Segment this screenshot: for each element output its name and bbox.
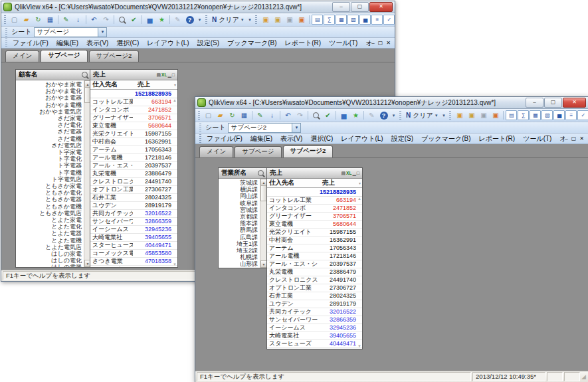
table-row[interactable]: アール・エス・シー20397537 [90, 162, 177, 170]
close-button[interactable]: ✕ [369, 2, 393, 12]
list-item[interactable]: 広島課 [219, 234, 260, 240]
maximize-button[interactable]: ▢ [544, 98, 562, 108]
table-row[interactable]: オプトロン工業27306727 [267, 284, 362, 292]
edit-sheet-properties-icon[interactable]: ✎ [254, 110, 266, 121]
promote-sheet-icon[interactable]: ▣ [272, 15, 283, 25]
table-row[interactable]: 光栄クリエイト15987155 [267, 229, 362, 237]
menu-item[interactable]: レポート(R) [475, 134, 520, 143]
column-header-supplier[interactable]: 仕入先名 [90, 80, 138, 89]
list-item[interactable]: おかやま電器 [16, 94, 84, 101]
menu-item[interactable]: レポート(R) [281, 39, 326, 48]
clear-button[interactable]: クリア [219, 15, 239, 25]
new-document-icon[interactable]: ▢ [203, 110, 214, 121]
save-icon[interactable]: ▦ [45, 15, 56, 25]
menu-item[interactable]: 編集(E) [52, 39, 82, 48]
toolbar-grip[interactable] [255, 15, 257, 24]
create-statistics-box-icon[interactable]: ∑ [324, 15, 335, 25]
toolbar-overflow-icon[interactable]: ▾ [197, 17, 203, 23]
table-row[interactable]: コーメックス電子45853580 [90, 250, 177, 258]
tab-1[interactable]: メイン [199, 146, 233, 157]
toolbar-grip[interactable] [399, 111, 401, 120]
create-bar-chart-icon[interactable]: ▅ [359, 15, 371, 25]
table-row[interactable]: スターヒューズ40449471 [90, 242, 177, 250]
table-caption[interactable]: 売上 ▤XL▁□ [90, 70, 177, 80]
edit-sheet-properties-icon[interactable]: ✎ [60, 15, 72, 25]
create-multibox-icon[interactable]: ≡ [565, 110, 577, 120]
toolbar-grip[interactable] [5, 28, 7, 37]
sheet-selector[interactable]: サブページ ▼ [34, 27, 107, 37]
list-item[interactable]: ト字家電 [16, 149, 84, 155]
table-row[interactable]: 大崎電業社39405655 [267, 332, 362, 340]
menu-item[interactable]: ブックマーク(B) [223, 39, 281, 48]
scroll-down-icon[interactable]: ▼ [260, 260, 266, 268]
create-button-icon[interactable]: ✓ [577, 110, 588, 120]
menu-item[interactable]: オブジェクト(O) [555, 134, 565, 143]
tab-3[interactable]: サブページ2 [283, 145, 334, 157]
column-header-supplier[interactable]: 仕入先名 [267, 179, 322, 187]
mdi-minimize-button[interactable]: – [371, 40, 374, 46]
list-item[interactable]: おかやま電気店 [16, 108, 84, 115]
print-icon[interactable]: ▤ [156, 72, 161, 78]
tab-3[interactable]: サブページ2 [89, 50, 140, 62]
menu-item[interactable]: ファイル(F) [203, 134, 246, 143]
tab-1[interactable]: メイン [5, 50, 39, 62]
list-item[interactable]: ともさか電機 [16, 203, 84, 210]
list-item[interactable]: さだ家電 [16, 115, 84, 122]
table-row[interactable]: アーテム17056343 [267, 244, 362, 252]
toolbar-overflow-icon[interactable]: ▾ [441, 113, 446, 118]
list-item[interactable]: とよた電器 [16, 230, 84, 237]
list-item[interactable]: 埼玉1課 [219, 240, 260, 247]
table-row[interactable]: ユウデン28919179 [90, 202, 177, 210]
table-row[interactable]: サンセイバーワールド32866359 [90, 218, 177, 226]
list-item[interactable]: 茨城課 [219, 179, 260, 186]
clear-dropdown-icon[interactable]: ▾ [435, 113, 438, 118]
list-item[interactable]: とよた電気店 [16, 244, 84, 250]
print-icon[interactable]: ▤ [341, 171, 345, 176]
table-row[interactable]: サンセイバーワールド32866359 [267, 316, 362, 324]
table-row[interactable]: イーシームス32945236 [90, 226, 177, 234]
list-item[interactable]: 横浜課 [219, 186, 260, 193]
excel-export-icon[interactable]: XL [346, 171, 351, 175]
list-item[interactable]: 岐阜課 [219, 200, 260, 207]
list-item[interactable]: はしの電化 [16, 257, 84, 264]
toolbar-grip[interactable] [198, 111, 200, 120]
maximize-button[interactable]: ▢ [351, 2, 369, 12]
list-item[interactable]: おかやま電化 [16, 88, 84, 94]
undo-icon[interactable]: ↶ [282, 110, 294, 121]
table-row[interactable]: 光栄クリエイト15987155 [90, 130, 177, 138]
table-row[interactable]: グリーナイザー3706571 [90, 114, 177, 122]
table-row[interactable]: インタコンボ2471852 [90, 106, 177, 114]
toolbar-overflow-icon[interactable]: ▾ [246, 17, 252, 23]
search-icon[interactable] [258, 170, 264, 176]
table-row[interactable]: クレストロニクス24491740 [267, 276, 362, 284]
table-row[interactable]: 中村商会16362991 [267, 237, 362, 244]
list-item[interactable]: さだ電気店 [16, 142, 84, 149]
list-item[interactable]: 札幌課 [219, 254, 260, 260]
toolbar-grip[interactable] [205, 15, 207, 24]
menu-item[interactable]: ツール(T) [325, 39, 361, 48]
quick-chart-wizard-icon[interactable]: ▅ [144, 15, 155, 25]
add-sheet-object-icon[interactable]: ▣ [490, 110, 501, 121]
reduce-data-icon[interactable]: ↓ [72, 15, 84, 25]
list-item[interactable]: 埼玉2課 [219, 247, 260, 254]
titlebar[interactable]: QlikView x64 - [C:¥Users¥iwsato¥Document… [195, 97, 588, 109]
list-item[interactable]: おかやま家電 [16, 81, 84, 88]
menu-item[interactable]: 選択(C) [306, 134, 337, 143]
reduce-data-icon[interactable]: ↓ [266, 110, 278, 121]
help-icon[interactable]: ? [184, 15, 195, 25]
reload-icon[interactable]: ↻ [33, 15, 44, 25]
minimize-button[interactable]: – [332, 2, 350, 12]
list-item[interactable]: とよた電化 [16, 223, 84, 230]
table-row[interactable]: オプトロン工業27306727 [90, 186, 177, 194]
toolbar-overflow-icon[interactable]: ▾ [391, 113, 397, 118]
listbox-caption[interactable]: 顧客名 [16, 70, 90, 80]
table-row[interactable]: 石井工業28024325 [90, 194, 177, 202]
combo-dropdown-icon[interactable]: ▼ [98, 28, 106, 37]
list-item[interactable]: 群馬課 [219, 227, 260, 233]
excel-export-icon[interactable]: XL [161, 72, 167, 77]
list-item[interactable]: 宮城課 [219, 207, 260, 213]
list-item[interactable]: ともさか電化 [16, 189, 84, 196]
list-item[interactable]: 京都課 [219, 213, 260, 220]
column-header-sales[interactable]: 売上 ▾ [138, 80, 177, 89]
add-bookmark-icon[interactable]: ★ [156, 15, 167, 25]
